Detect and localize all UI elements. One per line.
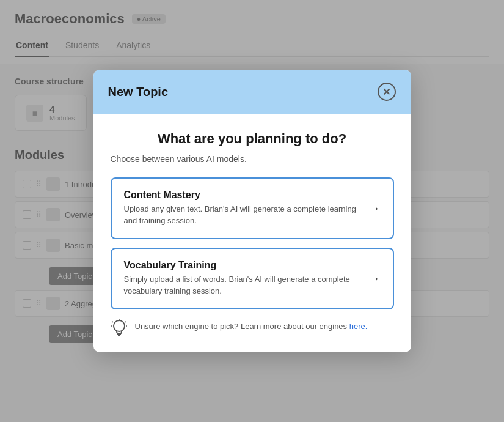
hint-text: Unsure which engine to pick? Learn more …	[135, 320, 368, 331]
content-mastery-arrow: →	[368, 201, 381, 215]
modal-header: New Topic ✕	[93, 70, 411, 114]
hint-text-content: Unsure which engine to pick? Learn more …	[135, 322, 349, 331]
content-mastery-title: Content Mastery	[124, 190, 359, 201]
vocabulary-training-option[interactable]: Vocabulary Training Simply upload a list…	[111, 248, 394, 309]
close-x-label: ✕	[382, 86, 390, 98]
modal-dialog: New Topic ✕ What are you planning to do?…	[93, 70, 411, 352]
vocabulary-training-title: Vocabulary Training	[124, 260, 359, 271]
vocabulary-training-arrow: →	[368, 272, 381, 286]
hint-link[interactable]: here.	[349, 322, 368, 331]
modal-body: What are you planning to do? Choose betw…	[93, 114, 411, 352]
vocabulary-training-desc: Simply upload a list of words. Brian's A…	[124, 274, 359, 297]
lightbulb-icon	[111, 320, 128, 338]
modal-title: New Topic	[108, 85, 169, 99]
svg-line-4	[112, 321, 113, 322]
modal-overlay: New Topic ✕ What are you planning to do?…	[0, 0, 504, 422]
modal-subtitle: Choose between various AI models.	[111, 154, 394, 164]
content-mastery-desc: Upload any given text. Brian's AI will g…	[124, 204, 359, 227]
content-mastery-option[interactable]: Content Mastery Upload any given text. B…	[111, 177, 394, 239]
content-mastery-info: Content Mastery Upload any given text. B…	[124, 190, 359, 227]
modal-close-button[interactable]: ✕	[377, 82, 396, 102]
close-circle-icon: ✕	[378, 83, 396, 101]
svg-point-0	[114, 320, 125, 331]
modal-question: What are you planning to do?	[111, 131, 394, 147]
svg-line-5	[125, 321, 126, 322]
vocabulary-training-info: Vocabulary Training Simply upload a list…	[124, 260, 359, 297]
modal-hint: Unsure which engine to pick? Learn more …	[111, 320, 394, 338]
